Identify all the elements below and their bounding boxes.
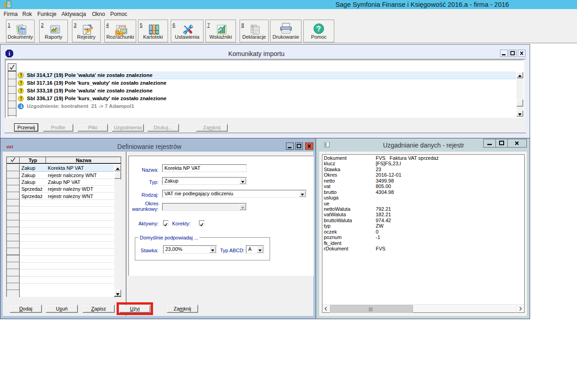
svg-text:i: i [9,50,10,57]
svg-text:VAT: VAT [6,145,13,149]
svg-text:?: ? [317,25,321,33]
